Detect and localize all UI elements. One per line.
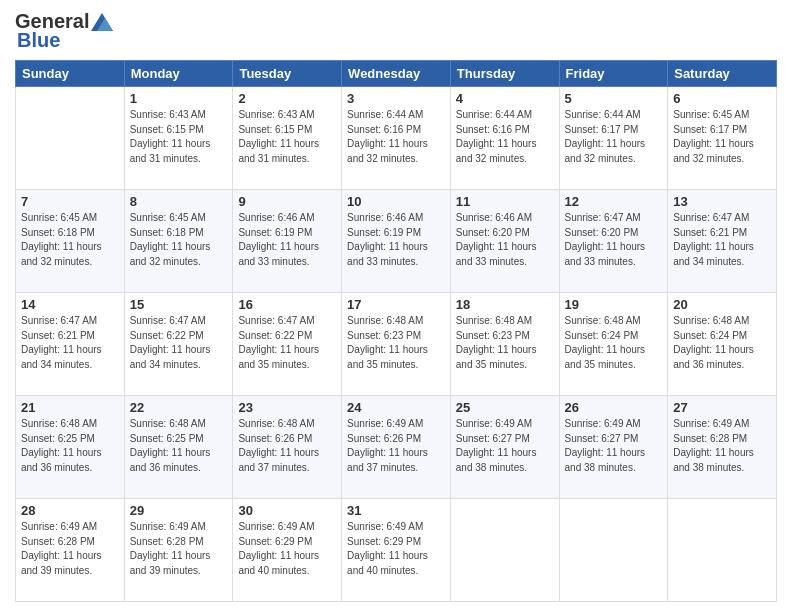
day-number: 30 <box>238 503 336 518</box>
daylight-text: Daylight: 11 hours and 32 minutes. <box>347 138 428 164</box>
day-info: Sunrise: 6:48 AM Sunset: 6:26 PM Dayligh… <box>238 417 336 475</box>
daylight-text: Daylight: 11 hours and 34 minutes. <box>21 344 102 370</box>
daylight-text: Daylight: 11 hours and 36 minutes. <box>130 447 211 473</box>
day-info: Sunrise: 6:49 AM Sunset: 6:27 PM Dayligh… <box>565 417 663 475</box>
daylight-text: Daylight: 11 hours and 33 minutes. <box>565 241 646 267</box>
day-info: Sunrise: 6:47 AM Sunset: 6:22 PM Dayligh… <box>238 314 336 372</box>
day-number: 21 <box>21 400 119 415</box>
sunrise-text: Sunrise: 6:49 AM <box>565 418 641 429</box>
sunset-text: Sunset: 6:23 PM <box>456 330 530 341</box>
calendar-week-1: 1 Sunrise: 6:43 AM Sunset: 6:15 PM Dayli… <box>16 87 777 190</box>
calendar-cell: 21 Sunrise: 6:48 AM Sunset: 6:25 PM Dayl… <box>16 396 125 499</box>
sunrise-text: Sunrise: 6:44 AM <box>347 109 423 120</box>
daylight-text: Daylight: 11 hours and 36 minutes. <box>673 344 754 370</box>
day-info: Sunrise: 6:47 AM Sunset: 6:20 PM Dayligh… <box>565 211 663 269</box>
header: General Blue <box>15 10 777 52</box>
weekday-header-tuesday: Tuesday <box>233 61 342 87</box>
calendar-cell: 12 Sunrise: 6:47 AM Sunset: 6:20 PM Dayl… <box>559 190 668 293</box>
sunrise-text: Sunrise: 6:45 AM <box>21 212 97 223</box>
sunrise-text: Sunrise: 6:45 AM <box>673 109 749 120</box>
sunset-text: Sunset: 6:26 PM <box>347 433 421 444</box>
sunset-text: Sunset: 6:27 PM <box>565 433 639 444</box>
day-info: Sunrise: 6:45 AM Sunset: 6:17 PM Dayligh… <box>673 108 771 166</box>
calendar-cell: 2 Sunrise: 6:43 AM Sunset: 6:15 PM Dayli… <box>233 87 342 190</box>
day-info: Sunrise: 6:49 AM Sunset: 6:27 PM Dayligh… <box>456 417 554 475</box>
calendar-cell: 18 Sunrise: 6:48 AM Sunset: 6:23 PM Dayl… <box>450 293 559 396</box>
day-number: 4 <box>456 91 554 106</box>
daylight-text: Daylight: 11 hours and 39 minutes. <box>130 550 211 576</box>
sunset-text: Sunset: 6:22 PM <box>238 330 312 341</box>
day-info: Sunrise: 6:48 AM Sunset: 6:25 PM Dayligh… <box>130 417 228 475</box>
sunset-text: Sunset: 6:29 PM <box>238 536 312 547</box>
calendar-cell: 30 Sunrise: 6:49 AM Sunset: 6:29 PM Dayl… <box>233 499 342 602</box>
daylight-text: Daylight: 11 hours and 40 minutes. <box>238 550 319 576</box>
calendar-cell: 19 Sunrise: 6:48 AM Sunset: 6:24 PM Dayl… <box>559 293 668 396</box>
calendar-cell <box>450 499 559 602</box>
calendar-table: SundayMondayTuesdayWednesdayThursdayFrid… <box>15 60 777 602</box>
calendar-cell: 16 Sunrise: 6:47 AM Sunset: 6:22 PM Dayl… <box>233 293 342 396</box>
daylight-text: Daylight: 11 hours and 32 minutes. <box>673 138 754 164</box>
calendar-cell <box>559 499 668 602</box>
sunset-text: Sunset: 6:17 PM <box>565 124 639 135</box>
day-number: 1 <box>130 91 228 106</box>
sunset-text: Sunset: 6:28 PM <box>21 536 95 547</box>
day-number: 25 <box>456 400 554 415</box>
calendar-cell: 26 Sunrise: 6:49 AM Sunset: 6:27 PM Dayl… <box>559 396 668 499</box>
day-info: Sunrise: 6:48 AM Sunset: 6:25 PM Dayligh… <box>21 417 119 475</box>
daylight-text: Daylight: 11 hours and 34 minutes. <box>130 344 211 370</box>
day-info: Sunrise: 6:49 AM Sunset: 6:29 PM Dayligh… <box>238 520 336 578</box>
sunrise-text: Sunrise: 6:46 AM <box>347 212 423 223</box>
calendar-cell: 7 Sunrise: 6:45 AM Sunset: 6:18 PM Dayli… <box>16 190 125 293</box>
sunset-text: Sunset: 6:19 PM <box>238 227 312 238</box>
sunrise-text: Sunrise: 6:43 AM <box>130 109 206 120</box>
sunset-text: Sunset: 6:28 PM <box>130 536 204 547</box>
daylight-text: Daylight: 11 hours and 33 minutes. <box>238 241 319 267</box>
calendar-cell: 13 Sunrise: 6:47 AM Sunset: 6:21 PM Dayl… <box>668 190 777 293</box>
daylight-text: Daylight: 11 hours and 38 minutes. <box>673 447 754 473</box>
sunset-text: Sunset: 6:27 PM <box>456 433 530 444</box>
logo-blue-text: Blue <box>17 29 60 52</box>
weekday-header-friday: Friday <box>559 61 668 87</box>
daylight-text: Daylight: 11 hours and 33 minutes. <box>347 241 428 267</box>
day-number: 17 <box>347 297 445 312</box>
sunset-text: Sunset: 6:20 PM <box>565 227 639 238</box>
sunrise-text: Sunrise: 6:44 AM <box>456 109 532 120</box>
day-number: 11 <box>456 194 554 209</box>
calendar-cell: 31 Sunrise: 6:49 AM Sunset: 6:29 PM Dayl… <box>342 499 451 602</box>
day-info: Sunrise: 6:47 AM Sunset: 6:21 PM Dayligh… <box>673 211 771 269</box>
day-info: Sunrise: 6:49 AM Sunset: 6:28 PM Dayligh… <box>21 520 119 578</box>
sunset-text: Sunset: 6:18 PM <box>21 227 95 238</box>
daylight-text: Daylight: 11 hours and 38 minutes. <box>565 447 646 473</box>
sunrise-text: Sunrise: 6:49 AM <box>21 521 97 532</box>
sunset-text: Sunset: 6:29 PM <box>347 536 421 547</box>
sunset-text: Sunset: 6:24 PM <box>673 330 747 341</box>
sunset-text: Sunset: 6:16 PM <box>347 124 421 135</box>
daylight-text: Daylight: 11 hours and 32 minutes. <box>130 241 211 267</box>
daylight-text: Daylight: 11 hours and 38 minutes. <box>456 447 537 473</box>
calendar-cell <box>16 87 125 190</box>
daylight-text: Daylight: 11 hours and 32 minutes. <box>565 138 646 164</box>
day-info: Sunrise: 6:46 AM Sunset: 6:20 PM Dayligh… <box>456 211 554 269</box>
day-number: 5 <box>565 91 663 106</box>
sunset-text: Sunset: 6:16 PM <box>456 124 530 135</box>
sunset-text: Sunset: 6:15 PM <box>238 124 312 135</box>
day-number: 9 <box>238 194 336 209</box>
daylight-text: Daylight: 11 hours and 32 minutes. <box>456 138 537 164</box>
sunrise-text: Sunrise: 6:49 AM <box>347 521 423 532</box>
day-info: Sunrise: 6:49 AM Sunset: 6:28 PM Dayligh… <box>130 520 228 578</box>
sunrise-text: Sunrise: 6:48 AM <box>565 315 641 326</box>
day-info: Sunrise: 6:49 AM Sunset: 6:26 PM Dayligh… <box>347 417 445 475</box>
sunrise-text: Sunrise: 6:47 AM <box>673 212 749 223</box>
sunrise-text: Sunrise: 6:43 AM <box>238 109 314 120</box>
sunset-text: Sunset: 6:17 PM <box>673 124 747 135</box>
sunrise-text: Sunrise: 6:48 AM <box>21 418 97 429</box>
sunrise-text: Sunrise: 6:48 AM <box>347 315 423 326</box>
calendar-cell: 4 Sunrise: 6:44 AM Sunset: 6:16 PM Dayli… <box>450 87 559 190</box>
day-info: Sunrise: 6:46 AM Sunset: 6:19 PM Dayligh… <box>347 211 445 269</box>
calendar-cell: 1 Sunrise: 6:43 AM Sunset: 6:15 PM Dayli… <box>124 87 233 190</box>
day-number: 13 <box>673 194 771 209</box>
sunset-text: Sunset: 6:21 PM <box>21 330 95 341</box>
sunrise-text: Sunrise: 6:48 AM <box>130 418 206 429</box>
daylight-text: Daylight: 11 hours and 31 minutes. <box>130 138 211 164</box>
sunrise-text: Sunrise: 6:46 AM <box>456 212 532 223</box>
